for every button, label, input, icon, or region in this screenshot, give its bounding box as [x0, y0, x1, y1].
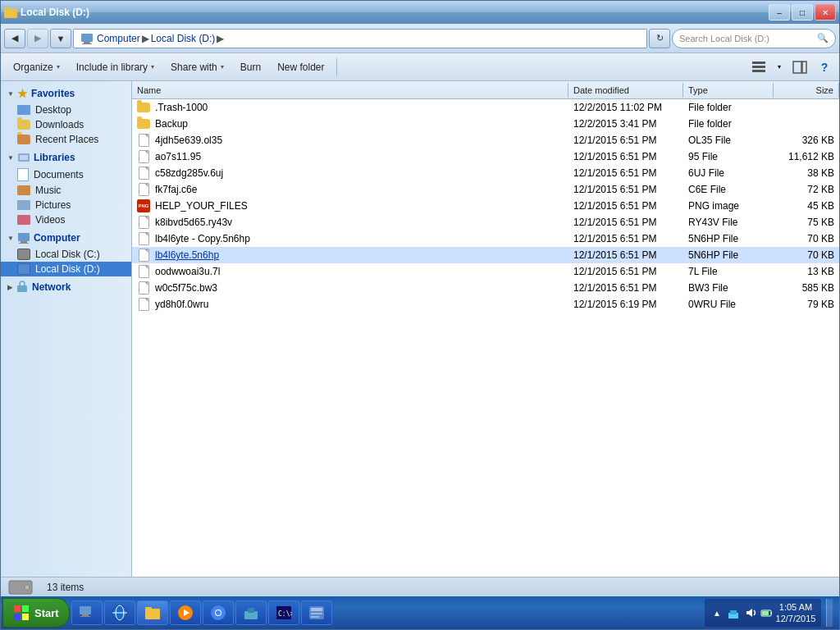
file-row[interactable]: PNG HELP_YOUR_FILES 12/1/2015 6:51 PM PN… [132, 198, 839, 214]
tray-net-icon [727, 606, 740, 619]
organize-label: Organize [13, 62, 53, 73]
libraries-label: Libraries [34, 152, 75, 163]
system-clock[interactable]: 1:05 AM 12/7/2015 [775, 601, 816, 625]
network-icon [16, 281, 29, 294]
windows-logo-icon [13, 605, 30, 621]
dropdown-button[interactable]: ▼ [50, 29, 71, 48]
file-row[interactable]: lb4l6yte - Copy.5n6hp 12/1/2015 6:51 PM … [132, 231, 839, 247]
favorites-header[interactable]: ▼ ★ Favorites [1, 84, 131, 103]
file-row[interactable]: fk7faj.c6e 12/1/2015 6:51 PM C6E File 72… [132, 181, 839, 198]
sidebar-item-documents[interactable]: Documents [1, 167, 131, 183]
taskbar-app-misc[interactable] [301, 600, 332, 625]
file-row[interactable]: lb4l6yte.5n6hp 12/1/2015 6:51 PM 5N6HP F… [132, 247, 839, 263]
organize-button[interactable]: Organize ▾ [6, 57, 67, 78]
tray-battery-icon[interactable] [759, 605, 774, 620]
file-cell-size: 326 KB [774, 133, 839, 148]
close-button[interactable]: ✕ [815, 4, 836, 21]
sidebar-local-c-label: Local Disk (C:) [35, 249, 100, 260]
show-desktop-button[interactable] [826, 599, 833, 627]
sidebar-item-videos[interactable]: Videos [1, 212, 131, 227]
desktop-icon [17, 105, 30, 115]
sidebar-music-label: Music [35, 185, 61, 196]
view-toggle-arrow[interactable]: ▾ [774, 57, 785, 77]
taskbar-app-network[interactable] [235, 600, 267, 625]
file-row[interactable]: .Trash-1000 12/2/2015 11:02 PM File fold… [132, 99, 839, 116]
file-row[interactable]: 4jdh5e639.ol35 12/1/2015 6:51 PM OL35 Fi… [132, 132, 839, 148]
taskbar-app-media[interactable] [170, 600, 201, 625]
file-row[interactable]: k8ibvd5d65.ry43v 12/1/2015 6:51 PM RY43V… [132, 214, 839, 231]
tray-arrow[interactable]: ▲ [710, 605, 724, 620]
file-cell-type: BW3 File [683, 281, 774, 295]
computer-header[interactable]: ▼ Computer [1, 229, 131, 247]
svg-rect-24 [82, 614, 89, 616]
file-name-label: Backup [155, 118, 188, 130]
new-folder-button[interactable]: New folder [270, 57, 331, 78]
preview-pane-button[interactable] [788, 57, 811, 77]
share-with-button[interactable]: Share with ▾ [163, 57, 231, 78]
hdd-c-icon [17, 249, 30, 260]
tray-network-icon[interactable] [726, 605, 741, 620]
col-header-date[interactable]: Date modified [568, 83, 683, 98]
back-button[interactable]: ◀ [4, 29, 25, 48]
file-row[interactable]: Backup 12/2/2015 3:41 PM File folder [132, 116, 839, 132]
taskbar-app-ie[interactable] [104, 600, 135, 625]
burn-button[interactable]: Burn [233, 57, 268, 78]
sidebar: ▼ ★ Favorites Desktop Downloads Recent P… [1, 81, 132, 577]
help-button[interactable]: ? [815, 57, 834, 77]
file-cell-date: 12/1/2015 6:51 PM [568, 264, 683, 279]
taskbar-app-cmd[interactable]: C:\> [268, 600, 299, 625]
sidebar-item-downloads[interactable]: Downloads [1, 117, 131, 132]
col-header-type[interactable]: Type [683, 83, 774, 98]
tray-volume-icon[interactable] [742, 605, 757, 620]
documents-icon [17, 168, 29, 181]
status-bar: 13 items [1, 577, 839, 596]
sidebar-item-local-d[interactable]: Local Disk (D:) [1, 262, 131, 276]
file-row[interactable]: oodwwoai3u.7l 12/1/2015 6:51 PM 7L File … [132, 263, 839, 280]
sidebar-item-local-c[interactable]: Local Disk (C:) [1, 247, 131, 262]
toolbar-separator [336, 58, 337, 76]
sidebar-item-pictures[interactable]: Pictures [1, 198, 131, 212]
svg-rect-7 [752, 70, 765, 72]
address-field[interactable]: Computer ▶ Local Disk (D:) ▶ [73, 29, 647, 48]
sidebar-item-music[interactable]: Music [1, 183, 131, 198]
col-header-name[interactable]: Name [132, 83, 568, 98]
sidebar-item-recent-places[interactable]: Recent Places [1, 132, 131, 147]
include-library-button[interactable]: Include in library ▾ [69, 57, 162, 78]
taskbar-app-folder[interactable] [137, 600, 168, 625]
path-computer-label[interactable]: Computer [97, 33, 140, 44]
svg-point-35 [216, 610, 221, 615]
sidebar-downloads-label: Downloads [35, 119, 84, 130]
clock-date: 12/7/2015 [775, 613, 816, 624]
file-row[interactable]: c58zdg285v.6uj 12/1/2015 6:51 PM 6UJ Fil… [132, 165, 839, 181]
file-cell-type: PNG image [683, 199, 774, 213]
search-box[interactable]: Search Local Disk (D:) 🔍 [672, 29, 836, 48]
path-disk-label[interactable]: Local Disk (D:) [151, 33, 216, 44]
minimize-button[interactable]: – [769, 4, 790, 21]
network-label: Network [32, 281, 71, 293]
network-header[interactable]: ▶ Network [1, 278, 131, 296]
col-header-size[interactable]: Size [774, 83, 839, 98]
network-taskbar-icon [243, 605, 259, 621]
file-name-label: c58zdg285v.6uj [155, 167, 223, 179]
sidebar-item-desktop[interactable]: Desktop [1, 103, 131, 117]
maximize-button[interactable]: □ [792, 4, 813, 21]
taskbar: Start [1, 596, 839, 629]
file-cell-type: C6E File [683, 182, 774, 197]
svg-rect-45 [730, 610, 737, 614]
refresh-button[interactable]: ↻ [649, 29, 670, 48]
file-row[interactable]: ao7s11.95 12/1/2015 6:51 PM 95 File 11,6… [132, 148, 839, 165]
taskbar-app-chrome[interactable] [203, 600, 234, 625]
start-button[interactable]: Start [2, 598, 70, 628]
libraries-header[interactable]: ▼ Libraries [1, 148, 131, 167]
svg-rect-11 [20, 155, 28, 160]
file-cell-type: File folder [683, 116, 774, 131]
forward-button[interactable]: ▶ [27, 29, 48, 48]
sidebar-videos-label: Videos [35, 214, 65, 226]
explorer-taskbar-icon [79, 605, 95, 621]
taskbar-app-explorer[interactable] [71, 600, 103, 625]
file-row[interactable]: w0c5f75c.bw3 12/1/2015 6:51 PM BW3 File … [132, 280, 839, 296]
view-options-button[interactable] [747, 57, 770, 77]
svg-rect-3 [84, 42, 90, 43]
refresh-icon: ↻ [656, 33, 664, 43]
file-row[interactable]: yd8h0f.0wru 12/1/2015 6:19 PM 0WRU File … [132, 296, 839, 313]
